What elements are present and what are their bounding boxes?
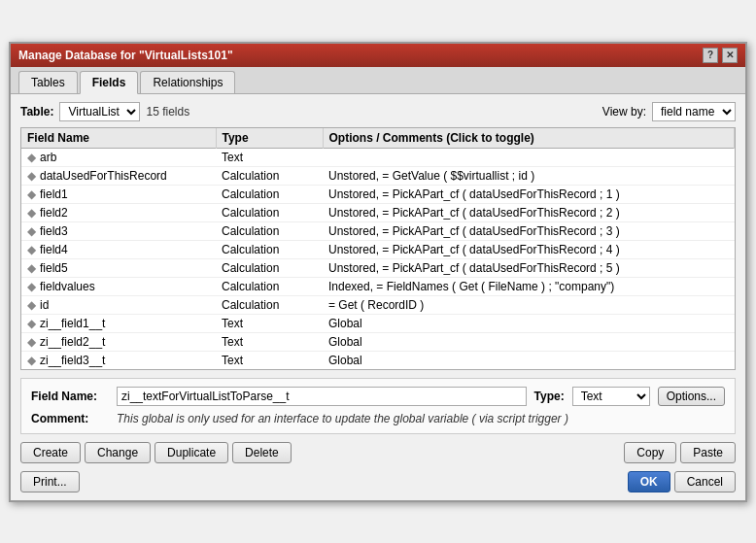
field-options-cell: Unstored, = PickAPart_cf ( dataUsedForTh…	[323, 203, 735, 221]
footer-row: Print... OK Cancel	[20, 471, 736, 492]
tab-relationships[interactable]: Relationships	[140, 71, 235, 93]
action-buttons-row: Create Change Duplicate Delete Copy Past…	[20, 442, 736, 463]
table-row[interactable]: ◆zi__field1__tTextGlobal	[21, 314, 735, 332]
table-row[interactable]: ◆field5CalculationUnstored, = PickAPart_…	[21, 258, 735, 277]
copy-paste-buttons: Copy Paste	[624, 442, 736, 463]
close-button[interactable]: ✕	[722, 48, 738, 63]
paste-button[interactable]: Paste	[680, 442, 736, 463]
field-name-cell: ◆dataUsedForThisRecord	[21, 166, 216, 185]
field-name-cell: ◆field5	[21, 258, 216, 277]
ok-button[interactable]: OK	[628, 471, 670, 492]
title-bar: Manage Database for "VirtualLists101" ? …	[11, 44, 745, 67]
table-row[interactable]: ◆arbText	[21, 148, 735, 166]
field-name-cell: ◆zi__field3__t	[21, 351, 216, 369]
field-count: 15 fields	[146, 105, 189, 119]
fields-table-container: Field Name Type Options / Comments (Clic…	[20, 127, 736, 370]
field-type-cell: Calculation	[216, 166, 323, 185]
duplicate-button[interactable]: Duplicate	[155, 442, 228, 463]
table-row[interactable]: ◆zi__field4__tTextGlobal	[21, 369, 735, 370]
field-options-cell: Unstored, = PickAPart_cf ( dataUsedForTh…	[323, 240, 735, 258]
options-button[interactable]: Options...	[658, 387, 725, 406]
table-row[interactable]: ◆idCalculation= Get ( RecordID )	[21, 295, 735, 314]
table-row[interactable]: ◆zi__field3__tTextGlobal	[21, 351, 735, 369]
field-options-cell: Indexed, = FieldNames ( Get ( FileName )…	[323, 277, 735, 295]
field-options-cell: Unstored, = PickAPart_cf ( dataUsedForTh…	[323, 221, 735, 240]
delete-button[interactable]: Delete	[232, 442, 292, 463]
table-row[interactable]: ◆field3CalculationUnstored, = PickAPart_…	[21, 221, 735, 240]
create-button[interactable]: Create	[20, 442, 81, 463]
toolbar-row: Table: VirtualList 15 fields View by: fi…	[20, 102, 736, 121]
table-row[interactable]: ◆dataUsedForThisRecordCalculationUnstore…	[21, 166, 735, 185]
table-row[interactable]: ◆field4CalculationUnstored, = PickAPart_…	[21, 240, 735, 258]
field-name-cell: ◆field1	[21, 185, 216, 203]
help-button[interactable]: ?	[703, 48, 718, 63]
tab-fields[interactable]: Fields	[80, 71, 139, 94]
field-name-cell: ◆zi__field2__t	[21, 332, 216, 351]
type-row: Type: Text Options...	[534, 387, 725, 406]
crud-buttons: Create Change Duplicate Delete	[20, 442, 292, 463]
field-options-cell: Global	[323, 369, 735, 370]
comment-label: Comment:	[31, 412, 109, 425]
field-options-cell: = Get ( RecordID )	[323, 295, 735, 314]
field-type-cell: Text	[216, 148, 323, 166]
view-by-label: View by:	[602, 105, 646, 119]
field-options-cell: Global	[323, 351, 735, 369]
field-options-cell: Unstored, = GetValue ( $$virtuallist ; i…	[323, 166, 735, 185]
table-select[interactable]: VirtualList	[59, 102, 140, 121]
field-name-cell: ◆id	[21, 295, 216, 314]
field-options-cell: Global	[323, 332, 735, 351]
field-type-cell: Text	[216, 369, 323, 370]
ok-cancel-buttons: OK Cancel	[628, 471, 736, 492]
dialog-content: Table: VirtualList 15 fields View by: fi…	[11, 94, 745, 500]
field-type-cell: Calculation	[216, 203, 323, 221]
field-name-cell: ◆fieldvalues	[21, 277, 216, 295]
toolbar-left: Table: VirtualList 15 fields	[20, 102, 189, 121]
copy-button[interactable]: Copy	[624, 442, 676, 463]
dialog-title: Manage Database for "VirtualLists101"	[18, 49, 233, 62]
field-type-cell: Calculation	[216, 221, 323, 240]
field-type-cell: Text	[216, 351, 323, 369]
tab-bar: Tables Fields Relationships	[11, 67, 745, 94]
field-type-cell: Calculation	[216, 277, 323, 295]
cancel-button[interactable]: Cancel	[674, 471, 736, 492]
type-select[interactable]: Text	[572, 387, 650, 406]
col-field-name: Field Name	[21, 128, 216, 149]
field-name-cell: ◆field2	[21, 203, 216, 221]
field-type-cell: Calculation	[216, 185, 323, 203]
table-row[interactable]: ◆field2CalculationUnstored, = PickAPart_…	[21, 203, 735, 221]
field-type-cell: Calculation	[216, 258, 323, 277]
field-type-cell: Text	[216, 332, 323, 351]
comment-row: Comment: This global is only used for an…	[31, 412, 725, 425]
table-row[interactable]: ◆fieldvaluesCalculationIndexed, = FieldN…	[21, 277, 735, 295]
table-row[interactable]: ◆zi__field2__tTextGlobal	[21, 332, 735, 351]
field-name-cell: ◆arb	[21, 148, 216, 166]
comment-text: This global is only used for an interfac…	[117, 412, 568, 425]
field-type-cell: Calculation	[216, 295, 323, 314]
field-type-cell: Text	[216, 314, 323, 332]
field-options-cell: Global	[323, 314, 735, 332]
title-bar-buttons: ? ✕	[703, 48, 738, 63]
table-row[interactable]: ◆field1CalculationUnstored, = PickAPart_…	[21, 185, 735, 203]
field-name-cell: ◆zi__field4__t	[21, 369, 216, 370]
field-options-cell	[323, 148, 735, 166]
col-options: Options / Comments (Click to toggle)	[323, 128, 735, 149]
field-name-cell: ◆field3	[21, 221, 216, 240]
field-type-cell: Calculation	[216, 240, 323, 258]
field-options-cell: Unstored, = PickAPart_cf ( dataUsedForTh…	[323, 258, 735, 277]
toolbar-right: View by: field name	[602, 102, 736, 121]
type-form-label: Type:	[534, 390, 565, 403]
tab-tables[interactable]: Tables	[18, 71, 78, 93]
change-button[interactable]: Change	[85, 442, 151, 463]
view-by-select[interactable]: field name	[652, 102, 736, 121]
col-type: Type	[216, 128, 323, 149]
field-name-row: Field Name: Type: Text Options...	[31, 387, 725, 406]
manage-database-dialog: Manage Database for "VirtualLists101" ? …	[9, 42, 747, 502]
table-label: Table:	[20, 105, 53, 119]
field-name-cell: ◆zi__field1__t	[21, 314, 216, 332]
print-button[interactable]: Print...	[20, 471, 80, 492]
field-options-cell: Unstored, = PickAPart_cf ( dataUsedForTh…	[323, 185, 735, 203]
field-detail-form: Field Name: Type: Text Options... Commen…	[20, 378, 736, 434]
field-name-cell: ◆field4	[21, 240, 216, 258]
field-name-input[interactable]	[117, 387, 527, 406]
field-name-form-label: Field Name:	[31, 390, 109, 403]
